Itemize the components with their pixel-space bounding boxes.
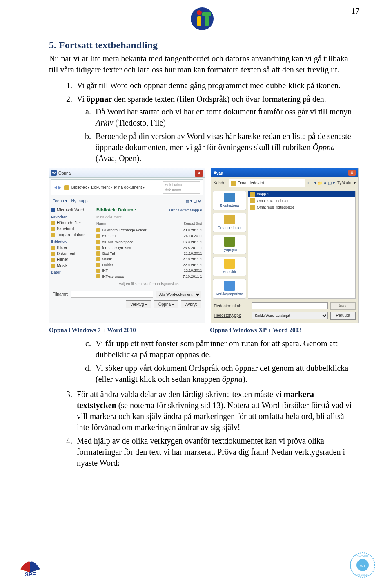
nav-icons[interactable]: ⟵ ▾ 📁 ✕ ▢ ▾: [307, 180, 335, 186]
text-span: Vi: [77, 94, 87, 103]
view-icons[interactable]: ▦ ▾ ◻ ⊘: [186, 198, 201, 204]
column-header[interactable]: Namn: [96, 221, 106, 226]
alpha-list-continued: Vi får upp ett nytt fönster som påminner…: [77, 338, 355, 385]
ray-logo-icon: ray RAY TUKEE RAY STÖDER: [350, 552, 376, 578]
sidebar-item[interactable]: Musik: [51, 263, 92, 269]
bold-text: öppnar: [87, 94, 112, 103]
sidebar-item[interactable]: Dokument: [51, 251, 92, 257]
folder-icon: [51, 246, 55, 250]
intro-paragraph: Nu när vi är lite mera bekanta med tange…: [49, 53, 355, 75]
places-item[interactable]: Suosikit: [213, 257, 246, 276]
list-item: För att ändra valda delar av den färdigt…: [74, 389, 355, 433]
caption-right: Öppna i Windows XP + Word 2003: [210, 326, 357, 334]
list-item: Vi söker upp vårt dokument Ordspråk och …: [93, 363, 355, 385]
location-dropdown[interactable]: Omat tiedostot: [229, 179, 305, 187]
winxp-location-bar: Kohde: Omat tiedostot ⟵ ▾ 📁 ✕ ▢ ▾ Työkal…: [211, 177, 358, 189]
svg-text:RAY STÖDER: RAY STÖDER: [356, 574, 369, 576]
breadcrumb[interactable]: ◀ ▶ Bibliotek ▸ Dokument ▸ Mina dokument…: [51, 179, 203, 195]
sidebar-item[interactable]: Microsoft Word: [51, 207, 92, 213]
file-row[interactable]: Grafik2.10.2011 1: [94, 256, 205, 262]
file-row[interactable]: IKT-styrgrupp7.10.2011 1: [94, 274, 205, 279]
filename-input[interactable]: [252, 302, 328, 309]
folder-icon: [51, 252, 55, 256]
screenshot-row: W Öppna × ◀ ▶ Bibliotek ▸ Dokument ▸ Min…: [49, 168, 368, 323]
sidebar-item[interactable]: Tidigare platser: [51, 232, 92, 238]
folder-icon: [96, 263, 100, 267]
numbered-list: Vi går till Word och öppnar denna gång p…: [49, 80, 355, 164]
close-icon[interactable]: ×: [348, 170, 356, 176]
file-row[interactable]: Bluetooth Exchange Folder23.8.2011 1: [94, 227, 205, 233]
list-item: Vi går till Word och öppnar denna gång p…: [74, 80, 355, 91]
numbered-list-continued: För att ändra valda delar av den färdigt…: [49, 389, 355, 469]
win7-open-dialog: W Öppna × ◀ ▶ Bibliotek ▸ Dokument ▸ Min…: [49, 168, 205, 323]
nav-back-icon[interactable]: ◀ ▶: [54, 185, 62, 191]
folder-icon: [51, 258, 55, 262]
search-input[interactable]: Sök i Mina dokument: [163, 181, 200, 193]
places-item[interactable]: Omat tiedostot: [213, 213, 246, 232]
open-button[interactable]: Öppna ▾: [154, 300, 178, 309]
filetype-label: Tiedostotyyppi:: [214, 313, 249, 318]
winxp-places-bar: Sivuhistoria Omat tiedostot Työpöytä Suo…: [211, 189, 248, 300]
column-header[interactable]: Senast änd: [183, 221, 202, 226]
places-item[interactable]: Verkkoympäristö: [213, 279, 246, 298]
folder-icon: [64, 185, 69, 190]
filename-label: Filnamn:: [53, 292, 68, 297]
folder-icon: [96, 240, 100, 244]
filetype-dropdown[interactable]: Kaikki Word-asiakirjat: [252, 312, 328, 319]
new-folder-button[interactable]: Ny mapp: [71, 198, 88, 204]
svg-text:ray: ray: [360, 563, 366, 567]
side-fav-list: Hämtade filerSkrivbordTidigare platser: [51, 220, 92, 238]
folder-icon: [250, 198, 255, 203]
list-item: Beroende på din version av Word visas hä…: [93, 131, 355, 164]
folder-icon: [96, 269, 100, 273]
places-item[interactable]: Sivuhistoria: [213, 191, 246, 210]
library-header: Bibliotek: Dokume…: [94, 205, 143, 215]
network-icon: [224, 281, 235, 291]
file-row[interactable]: Guider22.9.2011 1: [94, 262, 205, 268]
italic-text: öppna: [222, 374, 243, 383]
history-icon: [224, 193, 235, 202]
breadcrumb-path[interactable]: Bibliotek ▸ Dokument ▸ Mina dokument ▸: [71, 185, 145, 191]
word-icon: W: [51, 170, 57, 176]
folder-icon: [96, 257, 100, 261]
cancel-button[interactable]: Avbryt: [181, 300, 201, 309]
tools-dropdown[interactable]: Työkalut ▾: [337, 180, 356, 186]
win7-file-rows: Bluetooth Exchange Folder23.8.2011 1Ekon…: [94, 227, 205, 279]
file-row[interactable]: Omat musiikkitiedostot: [248, 204, 355, 211]
file-row[interactable]: God Tid21.10.2011: [94, 251, 205, 256]
tools-dropdown[interactable]: Verktyg ▾: [126, 300, 151, 309]
desktop-icon: [224, 237, 235, 247]
filename-input[interactable]: [71, 291, 153, 298]
filetype-dropdown[interactable]: Alla Word-dokument: [156, 291, 201, 298]
section-heading: 5. Fortsatt textbehandling: [49, 38, 355, 52]
text-span: (se noterna för skrivning sid 13). Noter…: [77, 401, 352, 432]
winxp-title-bar: Avaa ×: [211, 168, 358, 177]
sidebar-item[interactable]: Hämtade filer: [51, 220, 92, 226]
svg-rect-3: [202, 12, 211, 16]
cancel-button[interactable]: Peruuta: [330, 312, 356, 320]
folder-icon: [250, 192, 255, 197]
file-row[interactable]: esTour_Workspace16.3.2011 1: [94, 239, 205, 245]
winxp-file-area: mapp 1 Omat kuvatiedostot Omat musiikkit…: [248, 191, 356, 299]
spf-logo-icon: SPF: [16, 553, 44, 577]
sidebar-group: Bibliotek: [51, 239, 92, 244]
svg-rect-2: [197, 16, 201, 26]
win7-title-bar: W Öppna ×: [49, 168, 205, 178]
file-row[interactable]: Ekonomi24.10.2011: [94, 233, 205, 239]
caption-left: Öppna i Windows 7 + Word 2010: [49, 326, 204, 334]
library-subheader: Mina dokument: [94, 215, 205, 220]
file-row[interactable]: förbundsstyrelsen26.8.2011 1: [94, 245, 205, 251]
file-row[interactable]: Omat kuvatiedostot: [248, 197, 355, 204]
places-item[interactable]: Työpöytä: [213, 235, 246, 254]
winxp-title-text: Avaa: [214, 170, 223, 176]
file-row[interactable]: mapp 1: [248, 191, 355, 197]
open-button[interactable]: Avaa: [330, 302, 356, 310]
folder-icon: [96, 251, 100, 256]
file-row[interactable]: IKT12.10.2011: [94, 268, 205, 274]
close-icon[interactable]: ×: [195, 170, 203, 177]
order-by-dropdown[interactable]: Ordna efter: Mapp ▾: [169, 208, 205, 213]
sidebar-item[interactable]: Filmer: [51, 257, 92, 262]
sidebar-item[interactable]: Skrivbord: [51, 226, 92, 232]
organize-dropdown[interactable]: Ordna ▾: [53, 198, 67, 204]
sidebar-item[interactable]: Bilder: [51, 245, 92, 251]
